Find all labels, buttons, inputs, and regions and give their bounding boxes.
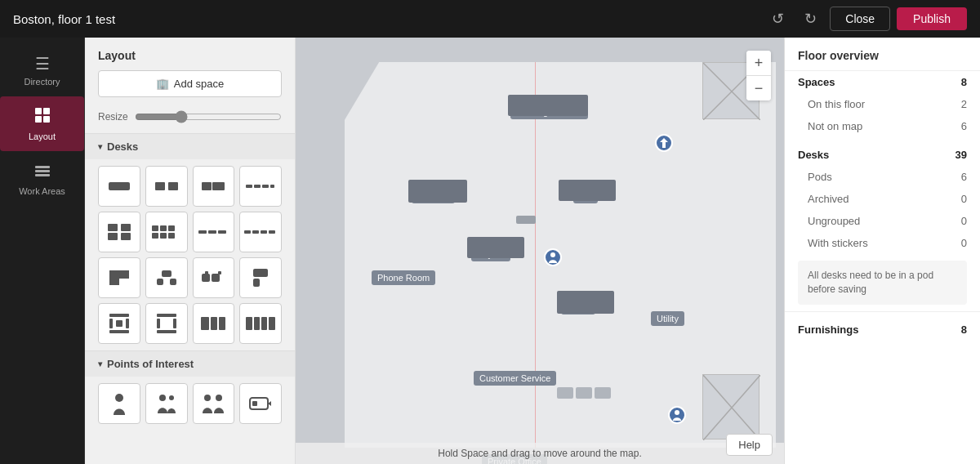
desk-item[interactable]: [193, 166, 235, 207]
map-pin-person: [544, 248, 562, 266]
svg-rect-47: [157, 314, 176, 317]
desk-grid: [98, 166, 282, 344]
right-panel: Floor overview Spaces 8 On this floor 2 …: [784, 38, 980, 464]
desk-item[interactable]: [145, 303, 188, 344]
svg-rect-2: [35, 116, 42, 123]
map-area[interactable]: Meeting Room A Finance HR Payroll Phone …: [296, 38, 784, 464]
map-pin-person2: [668, 406, 686, 424]
desks-label: Desks: [798, 149, 829, 161]
desk-item[interactable]: [239, 212, 282, 252]
svg-point-62: [216, 395, 222, 401]
svg-rect-22: [168, 225, 175, 231]
desk-item[interactable]: [193, 212, 235, 252]
zoom-in-button[interactable]: +: [746, 51, 771, 75]
desk-item[interactable]: [145, 212, 188, 252]
desk-cluster: [408, 180, 467, 203]
svg-rect-8: [155, 182, 165, 190]
desk-cluster: [559, 180, 616, 201]
panel-header: Layout: [85, 38, 295, 70]
svg-rect-6: [35, 174, 50, 176]
svg-rect-15: [270, 185, 274, 188]
svg-rect-36: [202, 274, 210, 282]
svg-rect-38: [205, 271, 208, 274]
desk-item[interactable]: [98, 303, 140, 344]
sidebar-item-work-areas[interactable]: Work Areas: [0, 151, 84, 206]
svg-rect-29: [244, 230, 251, 234]
redo-button[interactable]: ↻: [797, 6, 823, 32]
desk-cluster: [508, 95, 588, 116]
zoom-out-button[interactable]: −: [746, 76, 771, 100]
desk-item[interactable]: [98, 257, 140, 298]
svg-point-66: [675, 410, 679, 415]
svg-rect-46: [116, 320, 122, 327]
svg-rect-42: [109, 314, 129, 317]
desk-item[interactable]: [145, 166, 188, 207]
svg-rect-53: [219, 317, 225, 330]
publish-button[interactable]: Publish: [897, 7, 967, 30]
svg-rect-34: [157, 279, 163, 285]
furnishings-label: Furnishings: [798, 323, 858, 336]
topbar-actions: ↺ ↻ Close Publish: [764, 6, 967, 32]
poi-item[interactable]: [193, 383, 235, 424]
help-button[interactable]: Help: [726, 434, 773, 456]
sidebar-item-layout[interactable]: Layout: [0, 96, 84, 151]
collapse-desks-icon: ▾: [98, 142, 102, 151]
svg-point-60: [169, 395, 174, 400]
svg-rect-45: [126, 319, 129, 328]
sidebar-item-label: Layout: [29, 132, 56, 141]
svg-rect-11: [212, 182, 225, 190]
sidebar-item-label: Work Areas: [19, 186, 65, 196]
on-this-floor-row: On this floor 2: [785, 93, 980, 115]
desk-item[interactable]: [98, 212, 140, 252]
archived-value: 0: [961, 193, 967, 205]
desk-item[interactable]: [239, 257, 282, 298]
pods-value: 6: [961, 171, 967, 183]
map-hint: Hold Space and drag to move around the m…: [296, 443, 784, 464]
svg-rect-31: [261, 230, 267, 234]
svg-point-61: [204, 395, 211, 401]
add-space-label: Add space: [174, 78, 224, 90]
svg-rect-35: [170, 279, 176, 285]
svg-rect-57: [269, 317, 275, 330]
desks-total: 39: [956, 149, 967, 161]
furnishings-header: Furnishings 8: [785, 319, 980, 341]
poi-section-content: [85, 377, 295, 431]
furnishings-section: Furnishings 8: [785, 311, 980, 341]
right-panel-title: Floor overview: [785, 38, 980, 71]
with-stickers-label: With stickers: [808, 237, 868, 249]
spaces-total: 8: [961, 76, 967, 88]
desks-section-header[interactable]: ▾ Desks: [85, 133, 295, 159]
desk-item[interactable]: [239, 166, 282, 207]
svg-rect-33: [162, 270, 172, 277]
svg-rect-44: [109, 319, 113, 328]
ungrouped-value: 0: [961, 215, 967, 227]
svg-rect-41: [253, 279, 260, 287]
undo-button[interactable]: ↺: [764, 6, 791, 32]
desk-cluster: [557, 291, 614, 314]
svg-rect-43: [109, 330, 129, 333]
desk-map-item: [516, 216, 536, 224]
desk-item[interactable]: [98, 166, 140, 207]
resize-label: Resize: [98, 111, 128, 123]
layout-icon: [33, 106, 51, 128]
sidebar-item-directory[interactable]: ☰ Directory: [0, 44, 84, 96]
desk-item[interactable]: [239, 303, 282, 344]
svg-rect-4: [35, 166, 50, 168]
svg-rect-24: [160, 233, 167, 239]
poi-item[interactable]: [145, 383, 188, 424]
add-space-button[interactable]: 🏢 Add space: [98, 70, 282, 97]
svg-rect-16: [108, 224, 118, 231]
svg-rect-18: [108, 233, 118, 240]
archived-label: Archived: [808, 193, 849, 205]
desk-item[interactable]: [145, 257, 188, 298]
poi-section-header[interactable]: ▾ Points of Interest: [85, 350, 295, 377]
spaces-header: Spaces 8: [785, 71, 980, 93]
resize-slider[interactable]: [135, 110, 282, 123]
svg-rect-49: [157, 319, 160, 328]
close-button[interactable]: Close: [830, 7, 890, 31]
poi-item[interactable]: [98, 383, 140, 424]
poi-item[interactable]: [239, 383, 282, 424]
desk-item[interactable]: [193, 303, 235, 344]
desk-item[interactable]: [193, 257, 235, 298]
not-on-map-value: 6: [961, 120, 967, 132]
